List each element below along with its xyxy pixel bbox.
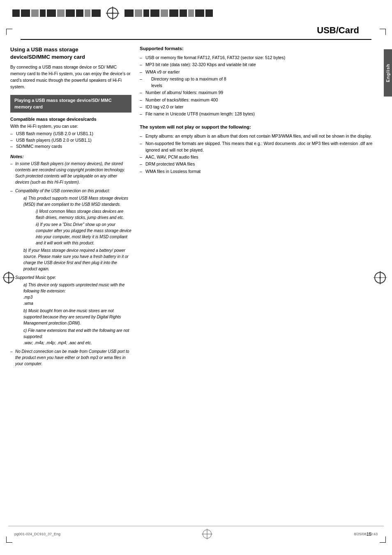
bar <box>135 9 142 17</box>
bar <box>195 9 204 17</box>
bar <box>161 9 168 17</box>
left-crosshair <box>3 272 14 283</box>
header-area: USB/Card <box>0 0 392 40</box>
bar <box>205 9 213 17</box>
bar <box>169 9 178 17</box>
bar <box>180 9 187 17</box>
not-supported-title: The system will not play or support the … <box>140 124 382 129</box>
left-column: Using a USB mass storage device/SD/MMC m… <box>10 46 131 369</box>
list-item: DRM protected WMA files <box>140 161 382 167</box>
list-item: File name in Unicode UTF8 (maximum lengt… <box>140 111 382 117</box>
bar <box>12 9 20 17</box>
bar <box>40 9 46 17</box>
header-bars <box>12 7 380 19</box>
note-item-1: – In some USB flash players (or memory d… <box>10 161 131 185</box>
list-item: MP3 bit rate (data rate): 32-320 Kbps an… <box>140 61 382 68</box>
page-title-area: USB/Card <box>21 23 371 40</box>
bar <box>125 9 134 17</box>
subsection-title: Compatible mass storage devices/cards <box>10 117 131 122</box>
left-bar-group <box>12 9 101 17</box>
corner-decoration-bl <box>6 537 12 543</box>
list-item: USB flash players (USB 2.0 or USB1.1) <box>10 137 131 144</box>
footer-right-text: 8/25/08, 10:43 <box>354 532 378 536</box>
note-item-2: – Compatibility of the USB connection on… <box>10 188 131 272</box>
bar <box>85 9 90 17</box>
bar <box>66 9 75 17</box>
note-item-3: – Supported Music type: a) This device o… <box>10 274 131 346</box>
list-item: WMA files in Lossless format <box>140 168 382 175</box>
list-item: AAC, WAV, PCM audio files <box>140 154 382 160</box>
intro-text: By connecting a USB mass storage device … <box>10 64 131 90</box>
list-item: ID3 tag v2.0 or later <box>140 104 382 110</box>
bar <box>47 9 56 17</box>
crosshair-icon <box>107 7 118 19</box>
bar <box>21 9 30 17</box>
not-supported-list: Empty albums: an empty album is an album… <box>140 133 382 175</box>
list-item: SD/MMC memory cards <box>10 143 131 150</box>
notes-content: – In some USB flash players (or memory d… <box>10 161 131 367</box>
corner-decoration-br <box>380 537 386 543</box>
footer-line <box>8 526 384 526</box>
bar <box>143 9 149 17</box>
list-item: WMA v9 or earlier <box>140 69 382 75</box>
list-item: USB or memory file format FAT12, FAT16, … <box>140 54 382 61</box>
bar <box>57 9 65 17</box>
note-3-sub-c: c) File name extensions that end with th… <box>15 327 131 346</box>
bar <box>188 9 194 17</box>
devices-list: USB flash memory (USB 2.0 or USB1.1) USB… <box>10 131 131 150</box>
notes-label: Notes: <box>10 154 131 159</box>
right-bar-group <box>125 9 213 17</box>
note-2-sub-b: b) If your Mass storage device required … <box>15 247 131 272</box>
bar <box>31 9 39 17</box>
list-item: Number of tracks/titles: maximum 400 <box>140 97 382 103</box>
note-2-sub-a-i: i) Most common Mass storage class device… <box>23 208 131 221</box>
list-item: Directory nesting up to a maximum of 8le… <box>140 76 382 89</box>
footer-left-text: pg001-024_DC910_37_Eng <box>14 532 60 536</box>
right-crosshair <box>374 272 386 283</box>
list-item: Number of albums/ folders: maximum 99 <box>140 89 382 96</box>
bar <box>92 9 101 17</box>
crosshair-dot <box>112 12 113 14</box>
list-item: Empty albums: an empty album is an album… <box>140 133 382 139</box>
list-item: Non-supported file formats are skipped. … <box>140 140 382 154</box>
right-column: Supported formats: USB or memory file fo… <box>140 46 382 369</box>
bar <box>150 9 159 17</box>
main-content: Using a USB mass storage device/SD/MMC m… <box>0 40 392 375</box>
bar <box>76 9 83 17</box>
footer-crosshair <box>203 530 212 539</box>
note-3-sub-b: b) Music bought from on-line music store… <box>15 308 131 326</box>
note-item-4: – No Direct connection can be made from … <box>10 348 131 367</box>
supported-formats-title: Supported formats: <box>140 46 382 51</box>
list-item: USB flash memory (USB 2.0 or USB1.1) <box>10 131 131 137</box>
supported-formats-list: USB or memory file format FAT12, FAT16, … <box>140 54 382 117</box>
note-3-sub-a: a) This device only supports unprotected… <box>15 282 131 306</box>
highlight-box: Playing a USB mass storage device/SD/ MM… <box>10 95 131 113</box>
note-2-sub-a-ii: ii) If you see a "Disc Drive" show up on… <box>23 221 131 246</box>
english-tab: English <box>384 49 392 97</box>
page-title: USB/Card <box>317 25 359 35</box>
footer: pg001-024_DC910_37_Eng 8/25/08, 10:43 <box>14 530 378 539</box>
note-2-sub-a: a) This product supports most USB Mass s… <box>15 195 131 246</box>
main-section-title: Using a USB mass storage device/SD/MMC m… <box>10 46 131 61</box>
subsection-intro: With the Hi-Fi system, you can use: <box>10 123 131 130</box>
